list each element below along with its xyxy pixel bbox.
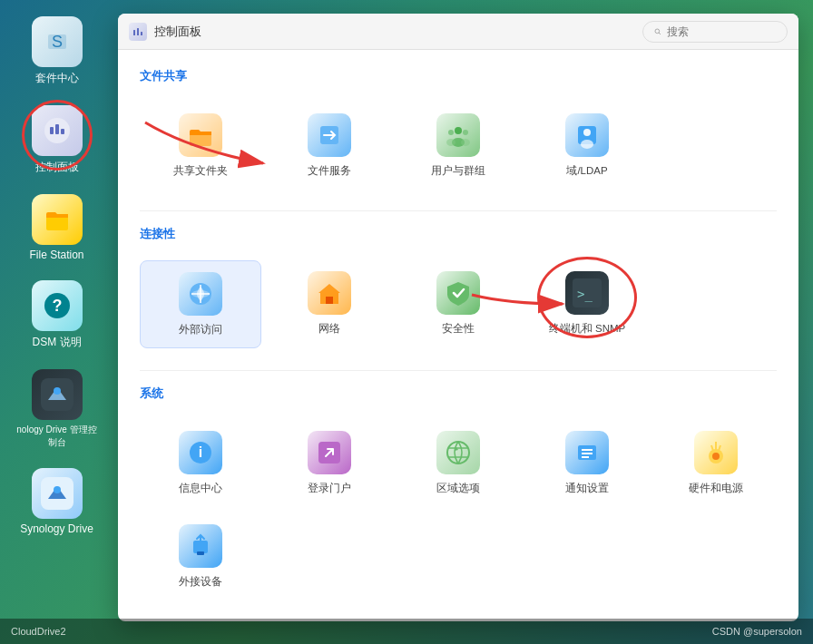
grid-item-terminal-snmp[interactable]: >_ 终端机和 SNMP [526, 260, 648, 348]
sidebar-item-file-station[interactable]: File Station [12, 187, 103, 268]
synodrive-icon [32, 468, 83, 519]
svg-point-23 [446, 139, 455, 146]
sidebar-label-synodrive: Synology Drive [20, 522, 93, 535]
search-box[interactable] [642, 21, 788, 43]
svg-point-27 [583, 129, 591, 136]
file-service-icon [308, 113, 351, 157]
bottom-bar-right-text: CSDN @supersolon [712, 626, 802, 637]
window-title: 控制面板 [154, 24, 635, 40]
grid-item-notification[interactable]: 通知设置 [526, 420, 648, 506]
user-group-label: 用户与群组 [431, 164, 485, 178]
sidebar-label-control-panel: 控制面板 [35, 160, 79, 175]
bottom-bar: CloudDrive2 CSDN @supersolon [0, 619, 813, 644]
hardware-power-icon [694, 431, 738, 474]
svg-text:S: S [51, 33, 62, 51]
grid-section-file-sharing: 共享文件夹 文件服务 [140, 102, 777, 189]
svg-rect-13 [133, 30, 135, 35]
login-portal-icon [308, 431, 351, 474]
user-group-icon [436, 113, 480, 157]
svg-line-17 [659, 33, 661, 34]
section-title-system: 系统 [140, 385, 777, 405]
svg-point-47 [712, 453, 720, 460]
dsm-help-icon: ? [32, 280, 83, 331]
svg-text:>_: >_ [577, 287, 593, 302]
network-icon [308, 271, 351, 315]
grid-section-connectivity: 外部访问 网络 [140, 260, 777, 348]
svg-rect-15 [141, 32, 142, 35]
sidebar-label-synodrive-admin: nology Drive 管理控制台 [16, 424, 98, 449]
svg-text:i: i [199, 444, 202, 460]
svg-point-39 [447, 442, 469, 463]
sidebar: S 套件中心 控制面板 [0, 0, 113, 644]
grid-item-domain-ldap[interactable]: 域/LDAP [526, 102, 648, 189]
security-label: 安全性 [442, 322, 475, 336]
region-icon [436, 431, 480, 474]
grid-item-security[interactable]: 安全性 [397, 260, 519, 348]
svg-rect-5 [61, 129, 64, 134]
sidebar-item-package-center[interactable]: S 套件中心 [12, 9, 103, 93]
external-device-icon [179, 524, 222, 568]
grid-item-info-center[interactable]: i 信息中心 [140, 420, 261, 506]
external-access-label: 外部访问 [179, 323, 222, 337]
desktop: S 套件中心 控制面板 [0, 0, 813, 644]
domain-ldap-icon [565, 113, 609, 157]
sidebar-item-dsm-help[interactable]: ? DSM 说明 [12, 273, 103, 357]
svg-rect-14 [137, 28, 139, 35]
sidebar-label-package-center: 套件中心 [35, 71, 79, 86]
grid-item-region[interactable]: 区域选项 [397, 420, 519, 506]
svg-rect-49 [197, 551, 204, 555]
sidebar-item-control-panel[interactable]: 控制面板 [12, 98, 103, 182]
info-center-label: 信息中心 [179, 482, 222, 495]
external-access-icon [179, 272, 222, 316]
external-device-label: 外接设备 [179, 575, 222, 589]
grid-item-hardware-power[interactable]: 硬件和电源 [655, 420, 777, 506]
region-label: 区域选项 [436, 482, 480, 495]
network-label: 网络 [318, 322, 340, 336]
control-panel-window: 控制面板 文件共享 [118, 14, 798, 621]
grid-item-login-portal[interactable]: 登录门户 [269, 420, 390, 506]
sidebar-item-synodrive[interactable]: Synology Drive [12, 461, 103, 542]
svg-point-16 [655, 29, 660, 34]
terminal-snmp-label: 终端机和 SNMP [549, 322, 625, 336]
search-icon [654, 26, 661, 37]
security-icon [436, 271, 480, 315]
section-title-connectivity: 连接性 [140, 226, 777, 246]
grid-item-shared-folder[interactable]: 共享文件夹 [140, 102, 261, 189]
svg-rect-3 [50, 127, 54, 134]
window-titlebar: 控制面板 [118, 14, 798, 50]
notification-label: 通知设置 [565, 482, 609, 495]
svg-point-25 [461, 139, 470, 146]
notification-icon [565, 431, 609, 474]
control-panel-icon [32, 105, 83, 156]
svg-rect-48 [193, 541, 208, 553]
svg-point-12 [54, 486, 61, 493]
grid-item-network[interactable]: 网络 [269, 260, 390, 348]
svg-point-22 [448, 130, 454, 135]
grid-section-system: i 信息中心 登录门户 [140, 420, 777, 600]
hardware-power-label: 硬件和电源 [689, 482, 743, 495]
titlebar-icon [129, 23, 147, 41]
search-input[interactable] [667, 25, 776, 38]
file-station-icon [32, 194, 83, 245]
svg-point-10 [54, 387, 61, 395]
grid-item-external-access[interactable]: 外部访问 [140, 260, 261, 348]
svg-rect-4 [55, 124, 59, 134]
sidebar-item-synodrive-admin[interactable]: nology Drive 管理控制台 [12, 362, 103, 456]
grid-item-user-group[interactable]: 用户与群组 [397, 102, 519, 189]
domain-ldap-label: 域/LDAP [566, 164, 607, 178]
sidebar-label-dsm-help: DSM 说明 [33, 335, 82, 350]
window-content: 文件共享 共享文件夹 [118, 50, 798, 621]
shared-folder-label: 共享文件夹 [173, 164, 228, 178]
section-title-file-sharing: 文件共享 [140, 68, 777, 88]
terminal-snmp-icon: >_ [565, 271, 609, 315]
svg-text:?: ? [52, 297, 62, 315]
grid-item-external-device[interactable]: 外接设备 [140, 513, 261, 600]
grid-item-file-service[interactable]: 文件服务 [269, 102, 390, 189]
login-portal-label: 登录门户 [308, 482, 351, 495]
package-center-icon: S [32, 16, 83, 67]
synodrive-admin-icon [32, 369, 83, 420]
info-center-icon: i [179, 431, 222, 474]
file-service-label: 文件服务 [308, 164, 351, 178]
bottom-bar-left-text: CloudDrive2 [11, 626, 66, 637]
svg-point-24 [463, 130, 468, 135]
